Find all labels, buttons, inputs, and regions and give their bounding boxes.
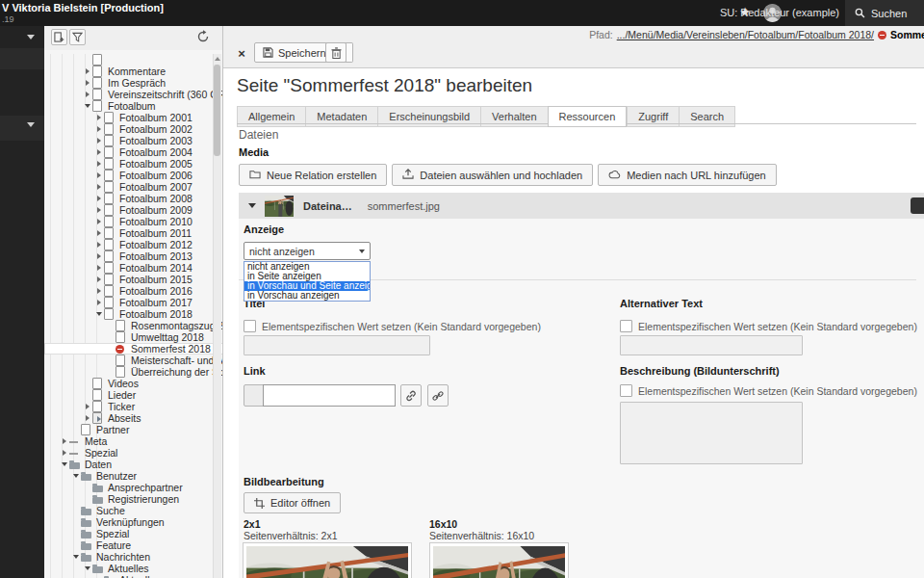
tree-item-ticker[interactable]: Ticker [44, 401, 223, 412]
path-link[interactable]: .../Menü/Media/Vereinsleben/Fotoalbum/Fo… [617, 29, 874, 40]
tree-item-fotoalbum-2008[interactable]: Fotoalbum 2008 [44, 193, 223, 204]
collapse-arrow-icon[interactable] [83, 566, 92, 570]
tree-item-abseits[interactable]: Abseits [44, 412, 223, 424]
module-caret-icon[interactable] [27, 122, 35, 127]
expand-arrow-icon[interactable] [94, 161, 104, 167]
tree-item-spezial[interactable]: Spezial [44, 528, 223, 539]
logged-in-user[interactable]: SU: Redakteur (example) [720, 7, 839, 18]
tree-item-registrierungen[interactable]: Registrierungen [44, 493, 223, 505]
link-wizard-button[interactable] [400, 384, 422, 407]
expand-arrow-icon[interactable] [83, 92, 92, 97]
neue-relation-erstellen-button[interactable]: Neue Relation erstellen [239, 164, 387, 186]
tree-item-fotoalbum-2010[interactable]: Fotoalbum 2010 [44, 216, 223, 227]
tree-item-videos[interactable]: Videos [44, 378, 223, 389]
link-input[interactable] [263, 384, 396, 407]
tree-item-feature[interactable]: Feature [44, 539, 223, 551]
tree-item-fotoalbum-2013[interactable]: Fotoalbum 2013 [44, 250, 223, 262]
file-panel-header[interactable]: Dateina… sommerfest.jpg [239, 193, 924, 219]
tree-item-meta[interactable]: Meta [44, 435, 223, 447]
tree-item-daten[interactable]: Daten [44, 459, 223, 470]
titel-override-checkbox[interactable] [244, 320, 256, 332]
close-button[interactable]: × [233, 44, 250, 62]
expand-arrow-icon[interactable] [94, 172, 104, 178]
tree-item-benutzer[interactable]: Benutzer [44, 470, 223, 482]
tree-item-partial[interactable] [44, 54, 223, 66]
tree-item-fotoalbum-2012[interactable]: Fotoalbum 2012 [44, 239, 223, 250]
collapse-caret-icon[interactable] [248, 203, 256, 208]
expand-arrow-icon[interactable] [94, 253, 104, 259]
tree-item-fotoalbum-2017[interactable]: Fotoalbum 2017 [44, 297, 223, 308]
collapse-arrow-icon[interactable] [71, 555, 81, 559]
tree-item-verkn-pfungen[interactable]: Verknüpfungen [44, 516, 223, 528]
expand-arrow-icon[interactable] [94, 242, 104, 248]
dateien-auswählen-und-hochladen-button[interactable]: Dateien auswählen und hochladen [392, 164, 593, 186]
anzeige-option-0[interactable]: nicht anzeigen [244, 262, 370, 272]
anzeige-option-3[interactable]: in Vorschau anzeigen [244, 291, 370, 301]
expand-arrow-icon[interactable] [94, 138, 104, 144]
tree-item-fotoalbum-2002[interactable]: Fotoalbum 2002 [44, 123, 223, 135]
anzeige-option-1[interactable]: in Seite anzeigen [244, 272, 370, 281]
tree-item-fotoalbum-2011[interactable]: Fotoalbum 2011 [44, 227, 223, 239]
tree-item-im-gespr-ch[interactable]: Im Gespräch [44, 77, 223, 89]
tree-item-spezial[interactable]: Spezial [44, 447, 223, 459]
tree-item-fotoalbum-2003[interactable]: Fotoalbum 2003 [44, 135, 223, 146]
module-caret-icon[interactable] [27, 35, 35, 39]
expand-arrow-icon[interactable] [83, 415, 92, 421]
collapse-arrow-icon[interactable] [83, 104, 92, 108]
beschreibung-override-checkbox[interactable] [620, 384, 632, 397]
collapse-arrow-icon[interactable] [71, 474, 81, 478]
tree-item-ansprechpartner[interactable]: Ansprechpartner [44, 482, 223, 493]
tree-item-fotoalbum-2014[interactable]: Fotoalbum 2014 [44, 262, 223, 274]
global-search[interactable]: Suchen [845, 0, 924, 26]
collapse-arrow-icon[interactable] [60, 462, 69, 466]
expand-arrow-icon[interactable] [83, 80, 92, 86]
expand-arrow-icon[interactable] [94, 230, 104, 236]
tree-item-aktuelles[interactable]: Aktuelles [44, 563, 223, 574]
expand-arrow-icon[interactable] [94, 126, 104, 132]
tree-item-fotoalbum-2009[interactable]: Fotoalbum 2009 [44, 204, 223, 216]
tree-item-fotoalbum[interactable]: Fotoalbum [44, 100, 223, 112]
delete-button[interactable] [325, 42, 346, 63]
collapse-arrow-icon[interactable] [94, 312, 104, 316]
tree-item-fotoalbum-2004[interactable]: Fotoalbum 2004 [44, 146, 223, 158]
anzeige-option-2[interactable]: in Vorschau und Seite anzeigen [244, 281, 370, 291]
expand-arrow-icon[interactable] [60, 438, 69, 444]
file-visibility-button[interactable] [911, 197, 924, 214]
expand-arrow-icon[interactable] [83, 404, 92, 409]
expand-arrow-icon[interactable] [94, 219, 104, 224]
tree-item-rosenmontagszug-201[interactable]: Rosenmontagszug 201 [44, 320, 223, 331]
expand-arrow-icon[interactable] [60, 450, 69, 456]
alt-text-override-checkbox[interactable] [620, 320, 632, 332]
expand-arrow-icon[interactable] [83, 68, 92, 74]
tree-item-meisterschaft-und-au[interactable]: Meisterschaft- und Au [44, 355, 223, 366]
tree-item-sommerfest-2018[interactable]: Sommerfest 2018 [44, 343, 223, 355]
tree-item-fotoalbum-2005[interactable]: Fotoalbum 2005 [44, 158, 223, 170]
scroll-up-icon[interactable] [215, 57, 220, 61]
expand-arrow-icon[interactable] [94, 184, 104, 190]
tree-item-nachrichten[interactable]: Nachrichten [44, 551, 223, 563]
tree-item-kommentare[interactable]: Kommentare [44, 66, 223, 77]
tree-item-fotoalbum-2018[interactable]: Fotoalbum 2018 [44, 308, 223, 320]
tree-item-aktuelles[interactable]: Aktuelles [44, 574, 223, 578]
new-page-button[interactable] [51, 29, 67, 45]
expand-arrow-icon[interactable] [94, 196, 104, 201]
tree-item-fotoalbum-2001[interactable]: Fotoalbum 2001 [44, 112, 223, 123]
expand-arrow-icon[interactable] [94, 288, 104, 294]
expand-arrow-icon[interactable] [94, 300, 104, 305]
open-editor-button[interactable]: Editor öffnen [244, 492, 341, 513]
tree-item-fotoalbum-2016[interactable]: Fotoalbum 2016 [44, 285, 223, 297]
expand-arrow-icon[interactable] [94, 115, 104, 120]
filter-button[interactable] [69, 29, 86, 45]
tree-item-suche[interactable]: Suche [44, 505, 223, 516]
expand-arrow-icon[interactable] [94, 276, 104, 282]
tree-item-partner[interactable]: Partner [44, 424, 223, 435]
tab-ressourcen[interactable]: Ressourcen [548, 106, 628, 127]
tree-item-lieder[interactable]: Lieder [44, 389, 223, 401]
expand-arrow-icon[interactable] [94, 265, 104, 271]
tree-item-vereinszeitschrift-360-gra[interactable]: Vereinszeitschrift (360 GRA [44, 89, 223, 100]
tree-item-fotoalbum-2006[interactable]: Fotoalbum 2006 [44, 170, 223, 181]
medien-nach-url-hinzufügen-button[interactable]: Medien nach URL hinzufügen [598, 164, 777, 186]
refresh-tree-button[interactable] [196, 30, 210, 45]
expand-arrow-icon[interactable] [94, 149, 104, 155]
tree-item-umwelttag-2018[interactable]: Umwelttag 2018 [44, 331, 223, 343]
